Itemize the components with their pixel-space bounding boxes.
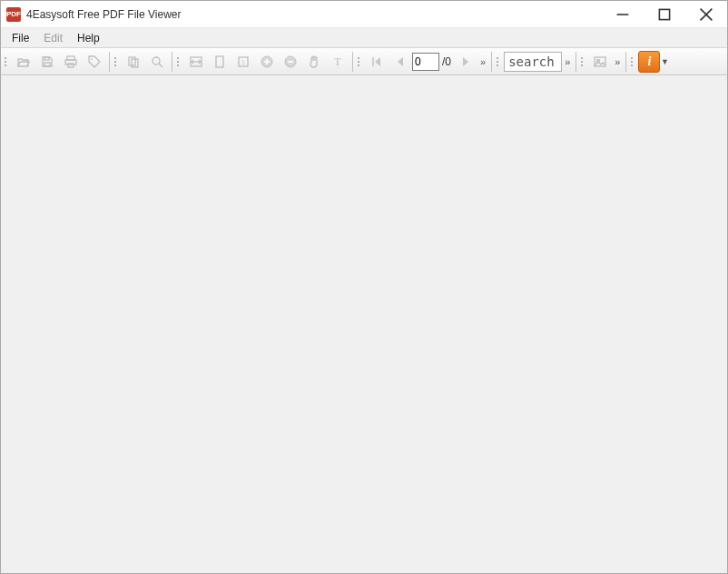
toolbar-grip[interactable]: [581, 52, 586, 72]
toolbar-grip[interactable]: [177, 52, 182, 72]
fit-width-button[interactable]: [185, 51, 207, 73]
toolbar-grip[interactable]: [631, 52, 636, 72]
minimize-icon: [615, 7, 630, 22]
svg-point-9: [91, 58, 93, 60]
page-number-input[interactable]: [412, 53, 439, 71]
tag-icon: [87, 54, 102, 69]
app-window: PDF 4Easysoft Free PDF File Viewer File …: [0, 0, 728, 574]
fit-width-icon: [189, 54, 203, 69]
svg-text:1: 1: [241, 59, 245, 65]
svg-text:T: T: [334, 55, 341, 68]
fit-page-button[interactable]: [209, 51, 231, 73]
search-icon: [150, 54, 164, 69]
window-controls: [602, 1, 727, 27]
toolbar-separator: [352, 52, 353, 72]
print-button[interactable]: [60, 51, 82, 73]
toolbar-separator: [491, 52, 492, 72]
first-page-button[interactable]: [366, 51, 388, 73]
prev-page-icon: [393, 54, 408, 69]
text-select-button[interactable]: T: [327, 51, 349, 73]
zoom-out-icon: [283, 54, 298, 69]
copy-button[interactable]: [123, 51, 144, 73]
search-input[interactable]: search: [504, 52, 562, 72]
actual-size-icon: 1: [236, 54, 251, 69]
snapshot-overflow[interactable]: »: [612, 51, 623, 73]
toolbar-grip[interactable]: [358, 52, 363, 72]
save-button[interactable]: [36, 51, 58, 73]
window-title: 4Easysoft Free PDF File Viewer: [26, 8, 602, 21]
close-button[interactable]: [685, 1, 727, 27]
svg-rect-26: [595, 57, 605, 66]
minimize-button[interactable]: [602, 1, 644, 27]
toolbar-separator: [109, 52, 110, 72]
menu-edit[interactable]: Edit: [36, 30, 70, 46]
text-icon: T: [330, 54, 345, 69]
svg-rect-4: [44, 57, 49, 60]
actual-size-button[interactable]: 1: [232, 51, 254, 73]
folder-open-icon: [16, 54, 31, 69]
page-nav-overflow[interactable]: »: [477, 51, 488, 73]
next-page-icon: [458, 54, 473, 69]
toolbar-grip[interactable]: [497, 52, 502, 72]
zoom-out-button[interactable]: [280, 51, 301, 73]
search-overflow[interactable]: »: [562, 51, 573, 73]
svg-rect-16: [216, 56, 223, 67]
svg-rect-8: [68, 64, 74, 67]
hand-icon: [307, 54, 321, 69]
toolbar-separator: [625, 52, 626, 72]
about-button[interactable]: i: [638, 51, 660, 73]
open-button[interactable]: [13, 51, 34, 73]
hand-tool-button[interactable]: [303, 51, 325, 73]
menubar: File Edit Help: [1, 28, 727, 48]
svg-rect-1: [659, 9, 669, 19]
prev-page-button[interactable]: [389, 51, 411, 73]
toolbar-separator: [576, 52, 576, 72]
toolbar-grip[interactable]: [114, 52, 120, 72]
copy-icon: [126, 54, 141, 69]
zoom-in-icon: [260, 54, 274, 69]
titlebar: PDF 4Easysoft Free PDF File Viewer: [1, 1, 727, 28]
close-icon: [699, 7, 713, 22]
print-icon: [64, 54, 78, 69]
snapshot-button[interactable]: [589, 51, 611, 73]
page-total-label: /0: [442, 55, 451, 68]
maximize-icon: [657, 7, 672, 22]
svg-rect-5: [44, 63, 50, 66]
image-icon: [593, 54, 607, 69]
document-area: [1, 75, 727, 573]
menu-file[interactable]: File: [5, 30, 36, 46]
properties-button[interactable]: [84, 51, 105, 73]
zoom-in-button[interactable]: [256, 51, 278, 73]
toolbar-grip[interactable]: [5, 52, 10, 72]
find-button[interactable]: [146, 51, 168, 73]
toolbar: 1 T /0 » search »: [1, 48, 727, 75]
app-icon: PDF: [6, 7, 21, 22]
toolbar-separator: [172, 52, 172, 72]
next-page-button[interactable]: [455, 51, 477, 73]
first-page-icon: [369, 54, 384, 69]
about-dropdown[interactable]: ▼: [660, 57, 669, 66]
maximize-button[interactable]: [644, 1, 685, 27]
menu-help[interactable]: Help: [70, 30, 107, 46]
fit-page-icon: [212, 54, 227, 69]
svg-point-12: [152, 57, 160, 64]
svg-line-13: [159, 64, 162, 67]
save-icon: [40, 54, 54, 69]
